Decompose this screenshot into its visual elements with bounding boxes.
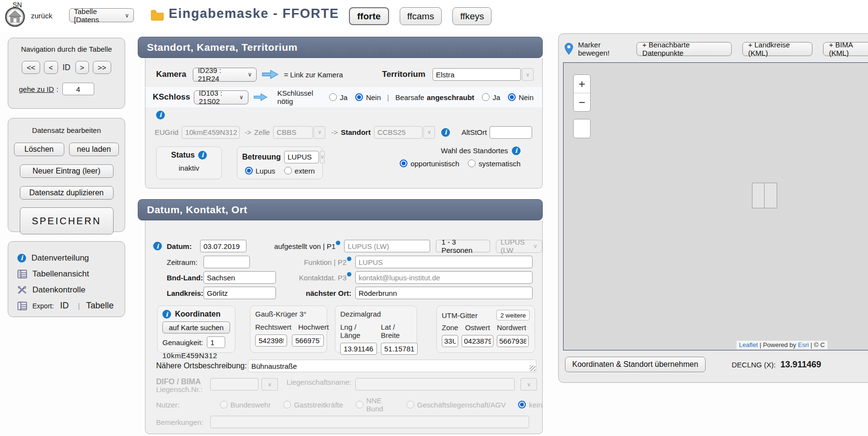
dg-lat-input[interactable] [381,343,418,355]
record-pager: << < ID > >> [14,61,119,74]
personen-button[interactable]: 1 - 3 Personen [436,240,490,252]
datenkontrolle-link[interactable]: Datenkontrolle [17,282,125,298]
p3-label: Kontaktdat. P3 [270,274,351,282]
duplicate-record-button[interactable]: Datensatz duplizieren [20,186,114,200]
opportunistisch-radio[interactable] [400,160,407,167]
kschluessel-nein-radio[interactable] [355,93,363,101]
prev-record-button[interactable]: < [44,61,58,74]
back-link[interactable]: zurück [31,12,52,20]
gk-hochwert-input[interactable] [292,334,324,347]
zoom-out-button[interactable]: − [574,93,590,111]
ort-input[interactable] [355,287,533,299]
delete-button[interactable]: Löschen [14,143,64,156]
ffkeys-button[interactable]: ffkeys [452,7,492,25]
standort-section-header: Standort, Kamera, Territorium [138,37,543,58]
territorium-input[interactable] [433,68,521,81]
datum-input[interactable] [200,240,246,252]
goto-id-input[interactable] [62,83,94,95]
info-icon[interactable] [441,128,450,137]
gk-title: Gauß-Krüger 3° [255,310,322,318]
territorium-dropdown-button[interactable]: ∨ [522,68,534,81]
tabellenansicht-link[interactable]: Tabellenansicht [17,266,125,282]
utm-zone-input[interactable] [442,335,458,347]
kamera-select[interactable]: ID239 : 21R24 ∨ [193,68,257,82]
utm-col-ostwert: Ostwert [465,323,490,332]
gaststreitkraefte-label: Gaststreitkräfte [294,401,343,409]
karte-suchen-button[interactable]: auf Karte suchen [162,321,230,334]
standort-input: CCBS25 [374,126,422,139]
info-icon[interactable] [198,151,207,160]
utm-nordwert-input[interactable] [497,335,529,347]
info-icon[interactable] [162,310,171,319]
bundeswehr-radio[interactable] [220,401,228,408]
reload-button[interactable]: neu laden [69,143,119,156]
main-column: Standort, Kamera, Territorium Kamera ID2… [138,37,543,436]
export-tabelle-link[interactable]: Tabelle [86,301,114,311]
bndland-input[interactable] [203,271,276,284]
datenverteilung-link[interactable]: Datenverteilung [17,250,125,266]
gk-rechtswert-input[interactable] [255,334,287,347]
p2-input[interactable] [355,256,533,268]
esri-link[interactable]: Esri [798,341,809,349]
next-record-button[interactable]: > [75,61,89,74]
info-icon[interactable] [153,242,162,250]
link-arrow-icon[interactable] [261,69,279,80]
map-canvas[interactable]: + − Leaflet | Powered by Esri | © C [563,62,868,350]
apply-coordinates-button[interactable]: Koordinaten & Standort übernehmen [565,357,706,372]
zelle-input: CBBS [273,126,313,139]
nne-bund-label: NNE Bund [366,396,394,413]
goto-id-link[interactable]: gehe zu ID [19,85,54,93]
kschluessel-ja-radio[interactable] [329,93,337,101]
dg-title: Dezimalgrad [340,310,412,318]
page-title: Eingabemaske - FFORTE [169,6,339,21]
p1-input[interactable] [344,240,430,252]
utm-ostwert-input[interactable] [462,335,493,347]
last-record-button[interactable]: >> [93,61,111,74]
genauigkeit-input[interactable] [207,336,225,348]
new-entry-button[interactable]: Neuer Eintrag (leer) [20,164,114,178]
info-icon[interactable] [156,111,165,119]
chevron-down-icon: ∨ [239,94,244,101]
geschaeftsliegenschaft-radio[interactable] [406,401,414,408]
bima-kml-button[interactable]: + BIMA (KML) [823,42,868,56]
status-box: Status inaktiv [156,146,222,179]
kschloss-select[interactable]: ID103 : 21S02 ∨ [194,90,248,104]
table-icon [17,270,27,278]
betreuung-extern-radio[interactable] [284,167,292,174]
first-record-button[interactable]: << [22,61,40,74]
p3-input[interactable] [355,271,533,284]
leaflet-link[interactable]: Leaflet [739,341,758,349]
landkreis-input[interactable] [203,287,276,299]
altstort-input[interactable] [490,126,532,139]
landkreise-kml-button[interactable]: + Landkreise (KML) [742,42,812,56]
utm-more-button[interactable]: 2 weitere [496,310,530,320]
link-arrow-icon[interactable] [253,92,268,102]
table-select[interactable]: Tabelle [Datens ∨ [69,8,134,22]
kein-radio[interactable] [518,401,526,408]
datum-label: Datum: [167,242,200,250]
info-icon[interactable] [512,146,521,155]
ortsbeschreibung-input[interactable] [248,360,536,372]
nne-bund-radio[interactable] [356,401,363,408]
save-button[interactable]: SPEICHERN [20,207,114,234]
chevron-down-icon: ∨ [533,243,537,249]
home-icon[interactable] [4,6,26,28]
gaststreitkraefte-radio[interactable] [283,401,291,408]
fforte-button[interactable]: fforte [349,7,389,25]
zeitraum-input[interactable] [203,256,250,268]
benachbarte-datenpunkte-button[interactable]: + Benachbarte Datenpunkte [637,42,732,56]
betreuung-lupus-radio[interactable] [245,167,253,174]
dg-lng-input[interactable] [340,343,377,355]
datum-section-header: Datum, Kontakt, Ort [138,199,543,220]
betreuung-input[interactable] [284,151,319,163]
map-layer-button[interactable] [573,119,591,138]
export-id-link[interactable]: ID [60,301,69,311]
dg-col-lng: Lng / Länge [340,323,374,339]
resize-grip-icon[interactable] [530,365,535,371]
dezimalgrad-box: Dezimalgrad Lng / Länge Lat / Breite [335,305,417,353]
ffcams-button[interactable]: ffcams [400,7,442,25]
systematisch-radio[interactable] [468,160,476,167]
zoom-in-button[interactable]: + [574,75,590,93]
bearsafe-nein-radio[interactable] [508,93,516,101]
bearsafe-ja-radio[interactable] [482,93,490,101]
